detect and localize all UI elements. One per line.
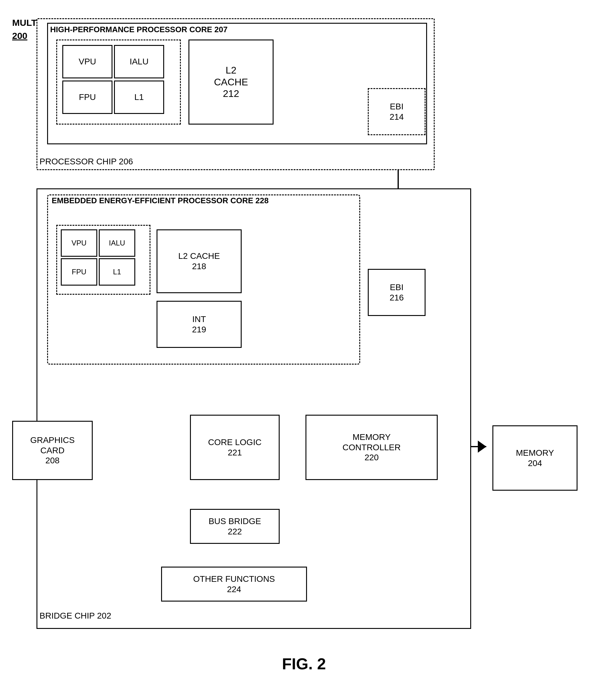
diagram: MULTIPROCESSOR SYSTEM 200 PROCESSOR CHIP…	[0, 0, 607, 669]
fpu-label: FPU	[62, 81, 112, 114]
ebi-mid-label: EBI216	[368, 269, 425, 316]
l1-label: L1	[114, 81, 164, 114]
ialu2-label: IALU	[99, 229, 135, 257]
memory-label: MEMORY204	[493, 425, 578, 491]
vpu-label: VPU	[62, 45, 112, 79]
core-logic-label: CORE LOGIC221	[190, 415, 280, 480]
ialu-label: IALU	[114, 45, 164, 79]
l1-2-label: L1	[99, 258, 135, 286]
ebi-top-label: EBI214	[368, 88, 425, 135]
embedded-label: EMBEDDED ENERGY-EFFICIENT PROCESSOR CORE…	[52, 196, 269, 205]
int-label: INT219	[156, 301, 242, 348]
graphics-card-label: GRAPHICSCARD208	[12, 421, 93, 480]
bridge-chip-label: BRIDGE CHIP 202	[40, 611, 111, 621]
bus-bridge-label: BUS BRIDGE222	[190, 509, 280, 544]
memory-controller-label: MEMORYCONTROLLER220	[306, 415, 438, 480]
vpu2-label: VPU	[61, 229, 97, 257]
processor-chip-label: PROCESSOR CHIP 206	[40, 156, 133, 167]
other-functions-label: OTHER FUNCTIONS224	[161, 567, 307, 601]
l2-cache-mid-label: L2 CACHE218	[156, 229, 242, 293]
hp-core-label: HIGH-PERFORMANCE PROCESSOR CORE 207	[50, 25, 228, 34]
fig-label: FIG. 2	[228, 655, 380, 673]
fpu2-label: FPU	[61, 258, 97, 286]
l2-cache-top-label: L2CACHE212	[188, 40, 274, 125]
